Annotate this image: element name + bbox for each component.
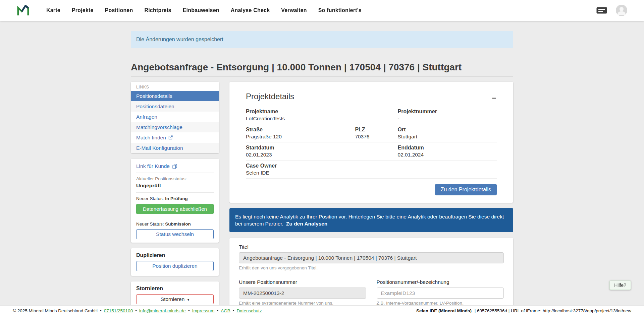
analytics-banner-text: Es liegt noch keine Analytik zu Ihrer Po…	[235, 214, 504, 227]
field-value: 02.01.2024	[398, 151, 497, 158]
new-status-line-2: Neuer Status: Submission	[136, 222, 214, 227]
footer-user: Selen IDE (Mineral Minds)	[416, 308, 472, 313]
sidebar-item-matchingvorschlaege[interactable]: Matchingvorschläge	[131, 122, 219, 132]
go-to-project-details-button[interactable]: Zu den Projektdetails	[435, 184, 497, 195]
links-card: LINKS Positionsdetails Positionsdateien …	[131, 82, 219, 153]
footer-link-email[interactable]: info@mineral-minds.de	[139, 308, 186, 313]
cancel-card-title: Stornieren	[136, 286, 214, 292]
new-status-caption: Neuer Status:	[136, 196, 164, 201]
project-field-rows: Projektname LotCreationTests Projektnumm…	[246, 106, 497, 179]
navbar-right	[596, 5, 627, 16]
change-status-button[interactable]: Status wechseln	[136, 229, 214, 239]
field-label: Projektnummer	[398, 108, 497, 115]
nav-item-analyse-check[interactable]: Analyse Check	[231, 7, 270, 13]
project-row-1: Projektname LotCreationTests Projektnumm…	[246, 106, 497, 124]
our-position-number-input	[239, 288, 366, 299]
duplicate-card: Duplizieren Position duplizieren	[131, 248, 219, 276]
cancel-button-label: Stornieren	[161, 296, 185, 302]
duplicate-card-title: Duplizieren	[136, 252, 214, 258]
field-label: Case Owner	[246, 163, 398, 169]
field-value: 70376	[355, 133, 397, 140]
sidebar-item-label: Positionsdateien	[136, 104, 174, 110]
complete-data-entry-button[interactable]: Datenerfassung abschließen	[136, 204, 214, 214]
field-value: 02.01.2023	[246, 151, 398, 158]
footer-link-datenschutz[interactable]: Datenschutz	[236, 308, 262, 313]
nav-item-positionen[interactable]: Positionen	[105, 7, 133, 13]
project-details-card: Projektdetails – Projektname LotCreation…	[229, 82, 513, 203]
footer-separator: •	[217, 308, 218, 313]
sidebar-item-email-konfiguration[interactable]: E-Mail Konfiguration	[131, 143, 219, 153]
nav-item-so-funktionierts[interactable]: So funktioniert's	[318, 7, 362, 13]
nav-item-projekte[interactable]: Projekte	[72, 7, 94, 13]
footer-separator: •	[100, 308, 102, 313]
status-card-divider	[136, 218, 214, 218]
caret-down-icon: ▾	[187, 298, 190, 302]
titel-input	[239, 252, 504, 263]
our-position-number-label: Unsere Positionsnummer	[239, 279, 297, 285]
field-label: PLZ	[355, 126, 397, 133]
field-value: -	[398, 115, 497, 122]
avatar[interactable]	[616, 5, 627, 16]
duplicate-position-button[interactable]: Position duplizieren	[136, 261, 214, 271]
sidebar-item-label: Matchingvorschläge	[136, 124, 182, 130]
logo-icon	[17, 5, 30, 16]
analytics-banner: Es liegt noch keine Analytik zu Ihrer Po…	[229, 208, 513, 232]
footer-session-details: | 69576255536d | URL of iFrame: http://l…	[475, 308, 631, 313]
sidebar-item-label: Match finden	[136, 135, 166, 141]
field-label: Projektname	[246, 108, 398, 115]
footer-separator: •	[233, 308, 234, 313]
main-nav: Karte Projekte Positionen Richtpreis Ein…	[46, 7, 362, 13]
external-link-icon	[168, 135, 173, 140]
field-startdatum: Startdatum 02.01.2023	[246, 144, 398, 158]
nav-item-karte[interactable]: Karte	[46, 7, 60, 13]
field-value: Selen IDE	[246, 170, 398, 176]
new-status-value: In Prüfung	[165, 196, 188, 201]
field-label: Straße	[246, 126, 355, 133]
footer-copyright: © 2025 Mineral Minds Deutschland GmbH	[13, 308, 98, 313]
field-value: Pragstraße 120	[246, 133, 355, 140]
sidebar-item-positionsdetails[interactable]: Positionsdetails	[131, 91, 219, 101]
new-status-value: Submission	[165, 222, 191, 227]
footer-link-impressum[interactable]: Impressum	[192, 308, 215, 313]
our-position-number-help: Erhält eine systemgenerierte Nummer von …	[239, 301, 366, 306]
footer-separator: •	[135, 308, 137, 313]
footer-session-info: Selen IDE (Mineral Minds) | 69576255536d…	[416, 308, 631, 313]
sidebar-item-label: E-Mail Konfiguration	[136, 145, 183, 151]
customer-link-label: Link für Kunde	[136, 163, 170, 169]
footer-separator: •	[188, 308, 190, 313]
nav-item-verwalten[interactable]: Verwalten	[281, 7, 307, 13]
saved-alert: Die Änderungen wurden gespeichert	[131, 31, 513, 48]
position-number-input[interactable]	[377, 288, 504, 299]
company-logo[interactable]	[17, 5, 30, 16]
field-value: Stuttgart	[398, 133, 497, 140]
field-value: LotCreationTests	[246, 115, 398, 122]
sidebar-item-label: Anfragen	[136, 114, 157, 120]
footer-link-phone[interactable]: 07151/250100	[104, 308, 133, 313]
sidebar-item-label: Positionsdetails	[136, 93, 172, 99]
new-status-caption: Neuer Status:	[136, 222, 164, 227]
server-icon[interactable]	[596, 7, 607, 14]
project-row-4: Case Owner Selen IDE	[246, 161, 497, 179]
title-divider	[131, 76, 513, 77]
customer-link[interactable]: Link für Kunde	[136, 162, 214, 173]
sidebar-item-positionsdateien[interactable]: Positionsdateien	[131, 101, 219, 112]
page-content: Die Änderungen wurden gespeichert Angebo…	[131, 0, 513, 316]
nav-item-einbauweisen[interactable]: Einbauweisen	[183, 7, 219, 13]
project-card-actions: Zu den Projektdetails	[246, 179, 497, 195]
field-label: Startdatum	[246, 144, 398, 151]
page-title: Angebotsanfrage - Entsorgung | 10.000 To…	[131, 62, 513, 73]
cancel-dropdown-button[interactable]: Stornieren ▾	[136, 294, 214, 304]
content-layout: LINKS Positionsdetails Positionsdateien …	[131, 82, 513, 316]
titel-help: Erhält den von uns vorgegebenen Titel.	[239, 265, 504, 270]
nav-item-richtpreis[interactable]: Richtpreis	[144, 7, 171, 13]
go-to-analyses-link[interactable]: Zu den Analysen	[286, 221, 327, 227]
field-ort: Ort Stuttgart	[398, 126, 497, 140]
help-button[interactable]: Hilfe?	[609, 280, 631, 290]
field-label: Enddatum	[398, 144, 497, 151]
sidebar-item-anfragen[interactable]: Anfragen	[131, 112, 219, 122]
collapse-icon[interactable]: –	[490, 94, 498, 102]
sidebar-item-match-finden[interactable]: Match finden	[131, 132, 219, 143]
field-strasse: Straße Pragstraße 120	[246, 126, 355, 140]
footer-link-agb[interactable]: AGB	[221, 308, 230, 313]
footer-left: © 2025 Mineral Minds Deutschland GmbH • …	[13, 308, 262, 313]
